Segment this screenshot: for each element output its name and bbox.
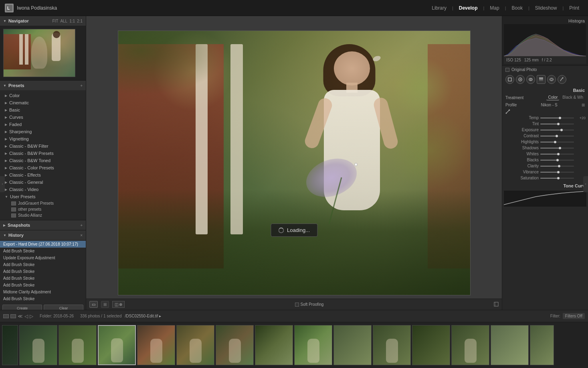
slider-temp-track[interactable] <box>540 118 574 118</box>
filter-value[interactable]: Filters Off <box>563 313 585 319</box>
treatment-color[interactable]: Color <box>546 95 559 100</box>
film-thumb-12[interactable] <box>451 325 489 365</box>
film-thumb-5[interactable] <box>176 325 214 365</box>
presets-header[interactable]: ▼ Presets + <box>0 81 86 90</box>
slider-highlights-thumb[interactable] <box>554 141 556 143</box>
slider-exposure-track[interactable] <box>540 130 574 130</box>
film-thumb-6[interactable] <box>216 325 254 365</box>
preset-classic-general[interactable]: ▶ Classic - General <box>0 179 86 186</box>
history-close-btn[interactable]: × <box>80 233 83 238</box>
tone-btn-brush[interactable] <box>558 75 566 84</box>
film-thumb-8[interactable] <box>294 325 332 365</box>
preset-classic-bw-toned[interactable]: ▶ Classic - B&W Toned <box>0 157 86 164</box>
nav-slideshow[interactable]: Slideshow <box>531 4 561 12</box>
history-item-2[interactable]: Update Exposure Adjustment <box>0 254 86 261</box>
filmstrip-nav-right[interactable]: ▷ <box>30 313 33 319</box>
history-item-3[interactable]: Add Brush Stroke <box>0 261 86 268</box>
nav-zoom-all[interactable]: ALL <box>60 19 67 23</box>
film-thumb-3[interactable] <box>98 325 136 365</box>
profile-browse-btn[interactable]: ⊞ <box>582 103 585 107</box>
preset-jodi[interactable]: JodiGrauert Presets <box>0 200 86 206</box>
preset-vign[interactable]: ▶ Vignetting <box>0 135 86 142</box>
nav-zoom-1[interactable]: 1:1 <box>69 19 75 23</box>
filmstrip-prev-btn[interactable]: ≪ <box>18 313 23 319</box>
slider-highlights-track[interactable] <box>540 142 574 142</box>
history-item-4[interactable]: Add Brush Stroke <box>0 268 86 275</box>
film-thumb-10[interactable] <box>373 325 411 365</box>
preset-basic[interactable]: ▶ Basic <box>0 106 86 114</box>
preset-faded[interactable]: ▶ Faded <box>0 121 86 128</box>
dev-view-single[interactable]: ▭ <box>89 301 98 308</box>
preset-classic-bw-presets[interactable]: ▶ Classic - B&W Presets <box>0 150 86 157</box>
film-thumb-1[interactable] <box>19 325 57 365</box>
right-panel-toggle[interactable]: › <box>583 176 588 192</box>
dev-grid-option-1[interactable]: ◫ <box>115 302 118 307</box>
slider-exposure-thumb[interactable] <box>560 129 563 131</box>
history-item-1[interactable]: Add Brush Stroke <box>0 248 86 254</box>
tone-btn-crop[interactable] <box>505 75 514 84</box>
slider-tint-thumb[interactable] <box>557 123 560 125</box>
dev-view-compare[interactable]: ⊞ <box>101 301 109 308</box>
film-thumb-9[interactable] <box>333 325 372 365</box>
history-create-btn[interactable]: Create <box>2 305 42 310</box>
profile-value[interactable]: Nikon - S <box>541 103 558 107</box>
film-thumb-14[interactable] <box>530 325 554 365</box>
preset-sharp[interactable]: ▶ Sharpening <box>0 128 86 135</box>
treatment-bw[interactable]: Black & Wh <box>561 95 585 100</box>
slider-whites-thumb[interactable] <box>557 153 560 155</box>
history-header[interactable]: ▼ History × <box>0 230 86 240</box>
preset-color[interactable]: ▶ Color <box>0 92 86 99</box>
film-thumb-4[interactable] <box>137 325 175 365</box>
nav-book[interactable]: Book <box>508 4 527 12</box>
preset-classic-color[interactable]: ▶ Classic - Color Presets <box>0 164 86 171</box>
nav-develop[interactable]: Develop <box>455 4 482 12</box>
slider-blacks-thumb[interactable] <box>556 159 559 161</box>
history-item-6[interactable]: Add Brush Stroke <box>0 282 86 289</box>
history-item-0[interactable]: Export - Hard Drive (27.06.2018 10:07:17… <box>0 241 86 248</box>
nav-print[interactable]: Print <box>565 4 583 12</box>
preset-classic-video[interactable]: ▶ Classic - Video <box>0 186 86 193</box>
nav-library[interactable]: Library <box>428 4 451 12</box>
film-thumb-7[interactable] <box>255 325 293 365</box>
nav-map[interactable]: Map <box>486 4 503 12</box>
nav-zoom-fit[interactable]: FIT <box>52 19 58 23</box>
slider-saturation-track[interactable] <box>540 178 574 179</box>
slider-clarity-track[interactable] <box>540 166 574 167</box>
navigator-header[interactable]: ▼ Navigator FIT ALL 1:1 2:1 <box>0 16 86 26</box>
filmstrip-nav-left[interactable]: ◁ <box>24 313 28 319</box>
left-panel-toggle[interactable]: ‹ <box>0 176 5 192</box>
slider-clarity-thumb[interactable] <box>558 165 560 167</box>
slider-shadows-thumb[interactable] <box>559 147 561 149</box>
slider-vibrance-track[interactable] <box>540 172 574 173</box>
history-item-5[interactable]: Add Brush Stroke <box>0 275 86 282</box>
slider-blacks-track[interactable] <box>540 160 574 161</box>
slider-tint-track[interactable] <box>540 124 574 124</box>
slider-saturation-thumb[interactable] <box>557 177 560 179</box>
presets-add-btn[interactable]: + <box>80 83 83 88</box>
slider-temp-thumb[interactable] <box>559 117 561 119</box>
history-item-8[interactable]: Add Brush Stroke <box>0 295 86 302</box>
slider-contrast-track[interactable] <box>540 136 574 136</box>
tone-btn-redeye[interactable] <box>526 75 535 84</box>
tone-btn-radial[interactable] <box>547 75 556 84</box>
slider-vibrance-thumb[interactable] <box>557 171 560 173</box>
snapshots-header[interactable]: ▶ Snapshots + <box>0 220 86 230</box>
history-clear-btn[interactable]: Clear <box>44 305 83 310</box>
preset-classic-bw-filter[interactable]: ▶ Classic - B&W Filter <box>0 142 86 150</box>
preset-user[interactable]: ▼ User Presets <box>0 193 86 200</box>
history-item-7[interactable]: Midtone Clarity Adjustment <box>0 289 86 295</box>
film-thumb-0[interactable] <box>2 325 18 365</box>
original-photo-checkbox[interactable] <box>505 68 509 72</box>
preset-classic-effects[interactable]: ▶ Classic - Effects <box>0 171 86 179</box>
film-thumb-11[interactable] <box>412 325 450 365</box>
soft-proof-checkbox[interactable] <box>295 303 299 307</box>
slider-contrast-thumb[interactable] <box>556 135 558 137</box>
film-thumb-2[interactable] <box>59 325 97 365</box>
preset-studio[interactable]: Studio Allianz <box>0 212 86 218</box>
snapshots-add-btn[interactable]: + <box>80 223 83 228</box>
slider-whites-track[interactable] <box>540 154 574 155</box>
tone-btn-spot[interactable] <box>516 75 525 84</box>
preset-other[interactable]: other presets <box>0 206 86 212</box>
tone-btn-gradient[interactable] <box>537 75 546 84</box>
nav-zoom-2[interactable]: 2:1 <box>77 19 83 23</box>
